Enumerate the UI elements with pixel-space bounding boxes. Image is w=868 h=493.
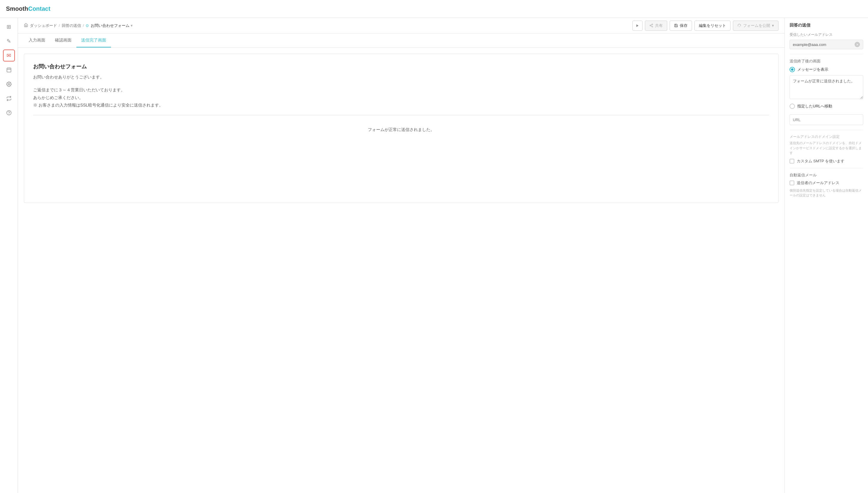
email-remove-button[interactable]: ✕ — [854, 42, 860, 47]
domain-section-title: メールアドレスのドメイン設定 — [789, 134, 863, 140]
content-area: お問い合わせフォーム お問い合わせありがとうございます。 ご返信までに３～４営業… — [18, 48, 784, 209]
sidebar-icon-edit[interactable]: ✎ — [3, 35, 15, 47]
breadcrumb-dashboard[interactable]: ダッシュボード — [30, 23, 57, 28]
svg-point-9 — [650, 25, 651, 26]
sidebar-icon-help[interactable] — [3, 107, 15, 119]
after-submit-label: 送信終了後の画面 — [789, 59, 863, 64]
domain-desc: 送信先のメールアドレスのドメインを、自社ドメインかサービスドメインに設定するかを… — [789, 141, 863, 155]
form-success-message: フォームが正常に送信されました。 — [33, 121, 769, 138]
breadcrumb-sep2: / — [83, 23, 84, 28]
smtp-checkbox-option[interactable]: カスタム SMTP を使います — [789, 158, 863, 164]
email-value: example@aaa.com — [793, 42, 853, 47]
radio-message-option[interactable]: メッセージを表示 — [789, 67, 863, 72]
form-body-line3: ※ お客さまの入力情報はSSL暗号化通信により安全に送信されます。 — [33, 102, 769, 109]
logo-contact: Contact — [28, 5, 50, 12]
save-label: 保存 — [680, 23, 688, 28]
play-button[interactable] — [632, 21, 643, 31]
sidebar-icon-email[interactable]: ✉ — [3, 49, 15, 62]
publish-button[interactable]: フォームを公開 ▾ — [733, 21, 779, 31]
form-divider — [33, 115, 769, 115]
breadcrumb-sep1: / — [59, 23, 60, 28]
breadcrumb-current: お問い合わせフォーム ▾ — [91, 23, 133, 28]
main-layout: お問い合わせフォーム お問い合わせありがとうございます。 ご返信までに３～４営業… — [18, 48, 784, 493]
svg-point-10 — [652, 26, 653, 27]
form-preview-title: お問い合わせフォーム — [33, 63, 769, 70]
smtp-checkbox[interactable] — [789, 159, 794, 164]
share-label: 共有 — [655, 23, 663, 28]
auto-reply-checkbox[interactable] — [789, 180, 794, 185]
svg-point-4 — [8, 84, 9, 85]
save-button[interactable]: 保存 — [670, 21, 692, 31]
breadcrumb: ダッシュボード / 回答の送信 / ⊙ お問い合わせフォーム ▾ — [24, 23, 629, 28]
auto-reply-title: 自動返信メール — [789, 172, 863, 178]
svg-line-12 — [651, 25, 652, 25]
auto-reply-desc: 個別送信先指定を設定している場合は自動返信メールの設定はできません — [789, 188, 863, 198]
email-tag: example@aaa.com ✕ — [789, 40, 863, 49]
sidebar-icon-settings[interactable] — [3, 78, 15, 90]
form-preview-intro: お問い合わせありがとうございます。 — [33, 74, 769, 80]
radio-url-label: 指定したURLへ移動 — [797, 104, 832, 109]
sidebar-icon-integration[interactable] — [3, 92, 15, 104]
home-icon[interactable] — [24, 23, 28, 28]
svg-line-11 — [651, 26, 652, 26]
publish-label: フォームを公開 — [743, 23, 770, 28]
toolbar-buttons: 共有 保存 編集をリセット フォームを公開 ▾ — [632, 21, 779, 31]
svg-marker-7 — [637, 24, 639, 27]
radio-message-circle — [789, 67, 795, 72]
tab-confirm[interactable]: 確認画面 — [50, 34, 76, 47]
form-preview: お問い合わせフォーム お問い合わせありがとうございます。 ご返信までに３～４営業… — [24, 54, 779, 203]
app-logo: SmoothContact — [6, 5, 50, 12]
auto-reply-checkbox-label: 送信者のメールアドレス — [797, 180, 839, 186]
breadcrumb-form-name: お問い合わせフォーム — [91, 23, 130, 28]
form-preview-body: ご返信までに３～４営業日いただいております。 あらかじめご承ください。 ※ お客… — [33, 86, 769, 109]
auto-reply-checkbox-option[interactable]: 送信者のメールアドレス — [789, 180, 863, 186]
radio-url-circle — [789, 104, 795, 109]
form-icon: ⊙ — [86, 23, 89, 28]
auto-reply-section: 自動返信メール 送信者のメールアドレス 個別送信先指定を設定している場合は自動返… — [789, 172, 863, 198]
sidebar-icon-calendar[interactable] — [3, 64, 15, 76]
message-textarea[interactable]: フォームが正常に送信されました。 — [789, 75, 863, 99]
breadcrumb-responses[interactable]: 回答の送信 — [62, 23, 81, 28]
sub-header: ダッシュボード / 回答の送信 / ⊙ お問い合わせフォーム ▾ 共有 保存 編… — [18, 18, 784, 34]
panel-divider-3 — [789, 168, 863, 168]
url-input[interactable] — [789, 114, 863, 125]
smtp-label: カスタム SMTP を使います — [797, 158, 844, 164]
sidebar-icon-layers[interactable]: ⊞ — [3, 21, 15, 33]
sidebar: ⊞ ✎ ✉ — [0, 18, 18, 493]
panel-section-title: 回答の送信 — [789, 23, 863, 28]
tab-input[interactable]: 入力画面 — [24, 34, 50, 47]
form-body-line2: あらかじめご承ください。 — [33, 94, 769, 102]
form-body-line1: ご返信までに３～４営業日いただいております。 — [33, 86, 769, 94]
reset-button[interactable]: 編集をリセット — [694, 21, 731, 31]
panel-divider-2 — [789, 130, 863, 130]
app-header: SmoothContact — [0, 0, 868, 18]
svg-rect-0 — [7, 68, 11, 72]
share-button[interactable]: 共有 — [645, 21, 667, 31]
reset-label: 編集をリセット — [699, 23, 726, 28]
publish-chevron: ▾ — [772, 23, 774, 28]
tab-complete[interactable]: 送信完了画面 — [76, 34, 111, 47]
radio-message-label: メッセージを表示 — [797, 67, 828, 72]
radio-url-option[interactable]: 指定したURLへ移動 — [789, 104, 863, 109]
right-panel: 回答の送信 受信したいメールアドレス example@aaa.com ✕ 送信終… — [784, 18, 868, 493]
logo-smooth: Smooth — [6, 5, 28, 12]
svg-point-8 — [652, 24, 653, 25]
breadcrumb-chevron-icon[interactable]: ▾ — [131, 23, 133, 28]
tabs-bar: 入力画面 確認画面 送信完了画面 — [18, 34, 784, 48]
email-label: 受信したいメールアドレス — [789, 32, 863, 37]
